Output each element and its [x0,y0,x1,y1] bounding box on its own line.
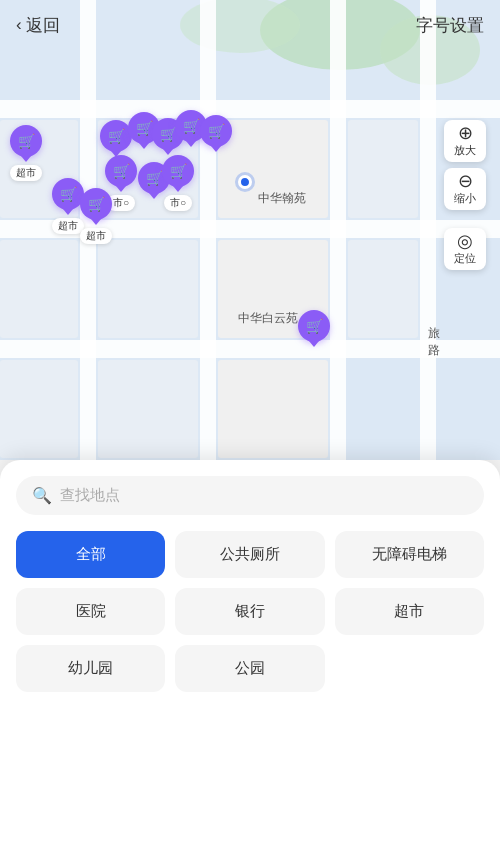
svg-rect-8 [200,0,216,460]
header: ‹ 返回 字号设置 [0,0,500,50]
back-label: 返回 [26,14,60,37]
category-supermarket[interactable]: 超市 [335,588,484,635]
marker-supermarket-1[interactable]: 🛒 超市 [10,125,42,181]
map-controls: ⊕ 放大 ⊖ 缩小 ◎ 定位 [444,120,486,270]
zoom-out-button[interactable]: ⊖ 缩小 [444,168,486,210]
zoom-in-button[interactable]: ⊕ 放大 [444,120,486,162]
marker-icon-9: 🛒 [162,155,194,187]
category-bank[interactable]: 银行 [175,588,324,635]
marker-11[interactable]: 🛒 超市 [80,188,112,244]
map-label-lv-lu: 旅路 [428,325,440,359]
marker-6[interactable]: 🛒 [200,115,232,147]
marker-label-1: 超市 [10,165,42,181]
category-kindergarten[interactable]: 幼儿园 [16,645,165,692]
category-toilet[interactable]: 公共厕所 [175,531,324,578]
zoom-in-label: 放大 [454,143,476,158]
map-label-zhonghua-baiyunyuan: 中华白云苑 [238,310,298,327]
category-park[interactable]: 公园 [175,645,324,692]
svg-rect-19 [0,360,78,458]
map-label-zhonghua-hanyuan: 中华翰苑 [258,190,306,207]
marker-bottom[interactable]: 🛒 [298,310,330,342]
zoom-out-icon: ⊖ [458,172,473,190]
marker-label-11: 超市 [80,228,112,244]
search-placeholder: 查找地点 [60,486,120,505]
category-grid: 全部 公共厕所 无障碍电梯 医院 银行 超市 幼儿园 公园 [16,531,484,692]
svg-rect-9 [330,0,346,460]
locate-label: 定位 [454,251,476,266]
svg-rect-21 [218,360,328,458]
svg-rect-17 [348,240,418,338]
bottom-panel: 🔍 查找地点 全部 公共厕所 无障碍电梯 医院 银行 超市 幼儿园 公园 [0,460,500,864]
marker-icon-11: 🛒 [80,188,112,220]
back-arrow-icon: ‹ [16,15,22,35]
svg-rect-10 [420,0,436,460]
svg-rect-14 [0,240,78,338]
page-title: 字号设置 [416,14,484,37]
marker-icon-7: 🛒 [105,155,137,187]
svg-rect-15 [98,240,198,338]
category-hospital[interactable]: 医院 [16,588,165,635]
search-bar[interactable]: 🔍 查找地点 [16,476,484,515]
map-container[interactable]: 中华翰苑 中华白云苑 旅路 🛒 超市 🛒 🛒 🛒 🛒 🛒 🛒 市○ 🛒 🛒 市○… [0,0,500,460]
back-button[interactable]: ‹ 返回 [16,14,60,37]
search-icon: 🔍 [32,486,52,505]
category-elevator[interactable]: 无障碍电梯 [335,531,484,578]
category-all[interactable]: 全部 [16,531,165,578]
marker-icon-1: 🛒 [10,125,42,157]
marker-9[interactable]: 🛒 市○ [162,155,194,211]
svg-rect-18 [348,120,418,218]
marker-label-9: 市○ [164,195,192,211]
svg-rect-20 [98,360,198,458]
locate-icon: ◎ [457,232,473,250]
marker-icon-6: 🛒 [200,115,232,147]
zoom-out-label: 缩小 [454,191,476,206]
current-location-dot [238,175,252,189]
marker-icon-bottom: 🛒 [298,310,330,342]
locate-button[interactable]: ◎ 定位 [444,228,486,270]
zoom-in-icon: ⊕ [458,124,473,142]
